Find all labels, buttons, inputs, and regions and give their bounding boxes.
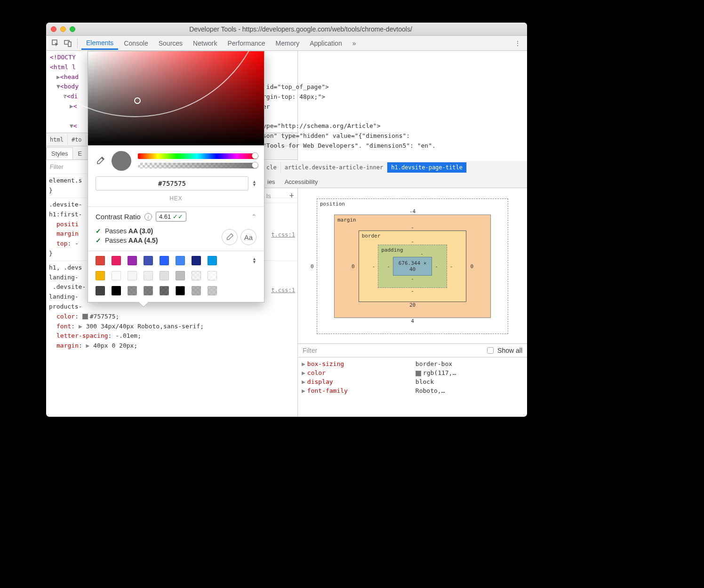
hex-input[interactable] — [96, 176, 248, 191]
bm-content[interactable]: 676.344 × 40 — [393, 257, 432, 276]
bm-val[interactable]: - — [435, 263, 438, 270]
bm-val[interactable]: - — [352, 224, 473, 230]
crumb[interactable]: #to — [68, 135, 86, 145]
tab-elements[interactable]: Elements — [81, 36, 118, 50]
show-all-checkbox[interactable] — [487, 347, 494, 354]
ratio-value: 4.61 — [159, 213, 171, 220]
bm-val[interactable]: - — [372, 263, 376, 270]
bm-val[interactable]: - — [387, 263, 390, 270]
window-title: Developer Tools - https://developers.goo… — [79, 25, 522, 33]
palette-swatch[interactable] — [112, 256, 121, 265]
alpha-slider[interactable] — [138, 163, 256, 168]
minimize-window-button[interactable] — [60, 26, 66, 32]
tab-memory[interactable]: Memory — [271, 37, 304, 50]
bm-val[interactable]: - — [387, 276, 438, 282]
palette-swatch[interactable] — [176, 271, 185, 280]
tab-console[interactable]: Console — [119, 37, 152, 50]
collapse-section-icon[interactable]: ⌃ — [251, 213, 256, 220]
palette-swatch[interactable] — [96, 271, 105, 280]
dom-fragment: id="top_of_page"> rgin-top: 48px;"> er y… — [263, 53, 436, 151]
css-val[interactable]: 40px 0 20px; — [93, 342, 137, 349]
tab-sources[interactable]: Sources — [154, 37, 187, 50]
bm-val[interactable]: - — [372, 288, 453, 294]
tab-application[interactable]: Application — [305, 37, 347, 50]
attrval: "{"dimensions": — [355, 132, 410, 139]
palette-swatch[interactable] — [128, 286, 137, 295]
palette-swatch[interactable] — [112, 286, 121, 295]
source-link[interactable]: t.css:1 — [271, 287, 295, 294]
bm-val[interactable]: 0 — [352, 263, 355, 270]
css-val[interactable]: #757575; — [90, 313, 120, 320]
bm-val[interactable]: -4 — [334, 208, 491, 215]
palette-swatch[interactable] — [128, 271, 137, 280]
palette-swatch[interactable] — [160, 271, 169, 280]
palette-swatch[interactable] — [192, 271, 201, 280]
alpha-thumb[interactable] — [252, 162, 258, 168]
info-icon[interactable]: i — [144, 213, 152, 221]
bm-val[interactable]: - — [372, 238, 453, 245]
add-rule-icon[interactable]: + — [289, 191, 294, 201]
styletab-ies[interactable]: ies — [263, 176, 280, 188]
bm-val[interactable]: - — [420, 251, 424, 257]
bm-val[interactable]: 0 — [470, 263, 473, 270]
color-swatch-icon[interactable] — [82, 314, 88, 319]
hue-thumb[interactable] — [252, 152, 258, 159]
palette-swatch[interactable] — [176, 256, 185, 265]
css-val: : - — [67, 240, 78, 247]
computed-name: color — [307, 369, 416, 376]
palette-stepper[interactable]: ▲▼ — [252, 257, 256, 264]
bm-val[interactable]: 4 — [334, 318, 491, 324]
zoom-window-button[interactable] — [70, 26, 75, 32]
palette-swatch[interactable] — [96, 286, 105, 295]
crumb[interactable]: html — [46, 135, 68, 145]
box-model[interactable]: position -4 0 margin - 0 border — [298, 189, 527, 343]
inspect-element-icon[interactable] — [50, 38, 61, 49]
tab-performance[interactable]: Performance — [223, 37, 270, 50]
palette-swatch[interactable] — [160, 286, 169, 295]
styletab-styles[interactable]: Styles — [46, 147, 73, 159]
palette-swatch[interactable] — [192, 286, 201, 295]
color-gradient-field[interactable] — [88, 51, 264, 145]
text-sample-button[interactable]: Aa — [240, 229, 256, 245]
rule-element-style: element.s — [49, 177, 82, 184]
bm-val[interactable]: - — [450, 263, 453, 270]
crumb[interactable]: cle — [263, 162, 281, 173]
hov-cls-label[interactable]: ls — [266, 192, 271, 199]
computed-list[interactable]: ▶box-sizingborder-box ▶colorrgb(117,… ▶d… — [298, 358, 527, 397]
color-handle[interactable] — [134, 97, 141, 104]
palette-swatch[interactable] — [112, 271, 121, 280]
bm-val[interactable]: 20 — [352, 302, 473, 308]
crumb[interactable]: article.devsite-article-inner — [281, 162, 388, 173]
tabs-overflow-icon[interactable]: » — [348, 37, 361, 50]
palette-swatch[interactable] — [144, 271, 153, 280]
close-window-button[interactable] — [51, 26, 56, 32]
palette-swatch[interactable] — [128, 256, 137, 265]
format-stepper[interactable]: ▲▼ — [252, 180, 256, 187]
palette-swatch[interactable] — [144, 256, 153, 265]
css-val[interactable]: -.01em; — [115, 332, 141, 339]
filter-input[interactable]: Filter — [50, 163, 64, 170]
source-link[interactable]: t.css:1 — [271, 231, 295, 238]
titlebar: Developer Tools - https://developers.goo… — [46, 23, 527, 36]
tab-network[interactable]: Network — [188, 37, 222, 50]
palette-swatch[interactable] — [96, 256, 105, 265]
device-toolbar-icon[interactable] — [62, 38, 73, 49]
hue-slider[interactable] — [138, 153, 256, 159]
styletab-e[interactable]: E — [73, 148, 87, 159]
styletab-accessibility[interactable]: Accessibility — [280, 176, 323, 188]
palette-swatch[interactable] — [144, 286, 153, 295]
bm-val[interactable]: 0 — [311, 263, 314, 270]
eyedropper-icon[interactable] — [96, 156, 105, 166]
palette-swatch[interactable] — [208, 286, 217, 295]
bg-eyedropper-icon[interactable] — [222, 229, 238, 245]
palette-swatch[interactable] — [208, 256, 217, 265]
css-val[interactable]: 300 34px/40px Roboto,sans-serif; — [86, 323, 204, 330]
palette-swatch[interactable] — [176, 286, 185, 295]
computed-filter-input[interactable]: Filter — [303, 347, 317, 354]
palette-swatch[interactable] — [192, 256, 201, 265]
kebab-menu-icon[interactable]: ⋮ — [512, 38, 523, 49]
toolbar-divider — [77, 39, 78, 48]
palette-swatch[interactable] — [160, 256, 169, 265]
palette-swatch[interactable] — [208, 271, 217, 280]
crumb-selected[interactable]: h1.devsite-page-title — [387, 162, 467, 173]
